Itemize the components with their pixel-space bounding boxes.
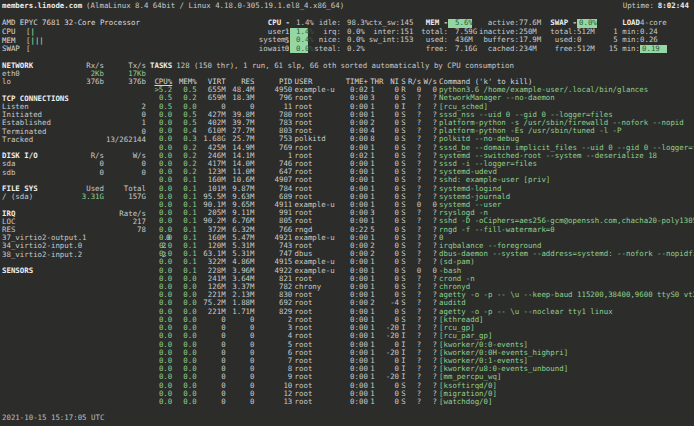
sidebar-row: Tracked 13/262144: [2, 136, 146, 144]
process-row[interactable]: 0.0 0.0 0 0 6 root 0:00 1 -20 I ? ? [kwo…: [150, 349, 694, 357]
process-table: CPU% MEM% VIRT RES PID USER TIME+ THR NI…: [150, 78, 694, 426]
process-pid: 4: [257, 332, 293, 340]
sidebar-row-value1: [62, 103, 104, 111]
process-command: dbus-daemon --system --address=systemd: …: [439, 250, 694, 258]
process-command: [kthreadd]: [439, 316, 694, 324]
process-row[interactable]: 0.0 0.0 0 0 9 root 0:00 1 -20 I ? ? [mm_…: [150, 373, 694, 381]
network-section: NETWORK Rx/s Tx/s eth0 2Kb 17Kb lo: [2, 62, 146, 87]
sidebar-row-value1: [82, 251, 124, 259]
glances-terminal[interactable]: members.linode.com (AlmaLinux 8.4 64bit …: [0, 0, 694, 426]
sidebar-row-value2: 0: [104, 169, 146, 177]
panel-cell: [364, 45, 400, 54]
sidebar-row-value2: 0: [104, 160, 146, 168]
sidebar-row-label: lo: [2, 78, 62, 86]
process-pid: 8: [257, 365, 293, 373]
panel-row: 15 min: 0.19: [607, 45, 667, 54]
process-command: [watchdog/0]: [439, 398, 694, 406]
sidebar: NETWORK Rx/s Tx/s eth0 2Kb 17Kb lo: [2, 62, 146, 283]
process-row[interactable]: 0.0 0.0 0 0 2 root 0:00 1 0 S ? ? [kthre…: [150, 316, 694, 324]
section-header-row: IRQ Rate/s: [2, 210, 146, 218]
process-row[interactable]: 0.0 0.0 221M 1.71M 829 root 0:00 1 0 S ?…: [150, 308, 694, 316]
panel-cell: 153: [400, 36, 414, 45]
section-rows: LOC 217 RES 78 37_virtio2-output.1: [2, 218, 146, 259]
sidebar-row: sda 0 0: [2, 160, 146, 168]
process-cpu: 0.0: [150, 398, 172, 406]
panel-cell: steal:: [308, 45, 341, 54]
process-row[interactable]: 0.0 0.0 0 0 13 root 0:00 1 0 S ? ? [watc…: [150, 398, 694, 406]
section-col2-header: [69, 95, 111, 103]
tcp-connections-section: TCP CONNECTIONS Listen 2 Initiate: [2, 95, 146, 144]
filesystem-section: FILE SYS Used Total / (sda) 3.31G 157G: [2, 185, 146, 201]
section-col2-header: [62, 267, 104, 275]
sidebar-row-value2: 78: [104, 226, 146, 234]
process-pid: 6: [257, 349, 293, 357]
section-col3-header: W/s: [104, 152, 146, 160]
process-row[interactable]: 0.0 0.0 0 0 4 root 0:00 1 -20 I ? ? [rcu…: [150, 332, 694, 340]
tasks-sort-info: sorted automatically by CPU consumption: [340, 62, 514, 70]
process-command: crond -n: [439, 275, 694, 283]
process-row[interactable]: 0.0 0.0 0 0 8 root 0:00 1 0 I ? ? [kwork…: [150, 365, 694, 373]
sidebar-row-value2: 376b: [104, 78, 146, 86]
sidebar-row-value2: 157G: [104, 193, 146, 201]
os-version: (AlmaLinux 8.4 64bit / Linux 4.18.0-305.…: [86, 2, 344, 10]
process-user: root: [295, 398, 339, 406]
cpu-model: AMD EPYC 7681 32-Core Processor: [2, 19, 140, 27]
process-row[interactable]: 0.0 0.0 0 0 5 root 0:00 1 0 I ? ? [kwork…: [150, 341, 694, 349]
process-row[interactable]: 0.0 0.0 0 0 10 root 0:00 1 0 S ? ? [ksof…: [150, 382, 694, 390]
process-row[interactable]: 0.0 0.0 0 0 12 root 0:00 1 0 S ? ? [migr…: [150, 390, 694, 398]
title-bar: members.linode.com (AlmaLinux 8.4 64bit …: [2, 2, 689, 10]
process-pid: 2: [257, 316, 293, 324]
section-col3-header: [104, 267, 146, 275]
sidebar-row-label: Tracked: [2, 136, 62, 144]
section-rows: sda 0 0 sdb 0 0: [2, 160, 146, 176]
sidebar-row-value1: [62, 136, 104, 144]
section-rows: / (sda) 3.31G 157G: [2, 193, 146, 201]
section-rows: Listen 2 Initiated 0 Established: [2, 103, 146, 144]
process-row[interactable]: 0.0 0.0 0 0 3 root 0:00 1 -20 I ? ? [rcu…: [150, 324, 694, 332]
process-pid: 7: [257, 357, 293, 365]
section-header-row: SENSORS: [2, 267, 146, 275]
process-command: agetty -o -p -- \u --keep-baud 115200,38…: [439, 291, 694, 299]
process-row[interactable]: 0.5 0.2 659M 18.3M 796 root 0:00 3 0 S ?…: [150, 94, 694, 102]
section-header-row: DISK I/O R/s W/s: [2, 152, 146, 160]
sidebar-row-value2: 1: [104, 119, 146, 127]
irq-section: IRQ Rate/s LOC 217 RES: [2, 210, 146, 259]
sidebar-row-value1: 3.31G: [62, 193, 104, 201]
process-thr: 1: [370, 398, 383, 406]
sidebar-row-value1: [62, 128, 104, 136]
section-col3-header: [111, 95, 153, 103]
sensors-section: SENSORS: [2, 267, 146, 275]
process-pid: 5: [257, 341, 293, 349]
timestamp: 2021-10-15 15:17:05 UTC: [2, 414, 104, 422]
uptime-label: Uptime:: [623, 2, 654, 10]
panel-rows: MEM - 5.6% active: 77.6M: [420, 19, 542, 53]
panel-cell: 7.16G: [448, 45, 472, 54]
sidebar-row: LOC 217: [2, 218, 146, 226]
mem-summary-panel: MEM - 5.6% active: 77.6M: [420, 19, 542, 53]
section-header-row: NETWORK Rx/s Tx/s: [2, 62, 146, 70]
process-status: S: [401, 398, 405, 406]
process-nice: 0: [386, 398, 399, 406]
panel-cell: free:: [548, 45, 577, 54]
sidebar-row-label: / (sda): [2, 193, 62, 201]
summary-panels: CPU - 1.4% idle: 98.3% ctx_sw: 145: [258, 19, 667, 53]
panel-cell: 0.2%: [341, 45, 364, 54]
titlebar-spacer: [348, 2, 619, 10]
panel-rows: SWAP - 0.0%: [548, 19, 597, 53]
sidebar-row-value1: [87, 234, 129, 242]
panel-cell: cached:: [472, 45, 519, 54]
panel-cell: free:: [420, 45, 448, 54]
process-write-rate: ?: [423, 398, 436, 406]
sidebar-row-value1: 0: [62, 169, 104, 177]
sidebar-row: / (sda) 3.31G 157G: [2, 193, 146, 201]
sidebar-row-value2: 0: [104, 111, 146, 119]
panel-rows: CPU - 1.4% idle: 98.3% ctx_sw: 145: [258, 19, 414, 53]
tasks-summary: TASKS 128 (150 thr), 1 run, 61 slp, 66 o…: [150, 62, 514, 70]
panel-cell: 234M: [519, 45, 542, 54]
panel-cell: 0.19: [640, 45, 667, 54]
sidebar-row-label: 38_virtio2-input.2: [2, 251, 82, 259]
tasks-label: TASKS: [150, 62, 172, 70]
process-row[interactable]: 0.0 0.0 0 0 7 root 0:00 1 0 I ? ? [kwork…: [150, 357, 694, 365]
panel-cell: iowait:: [258, 45, 290, 54]
uptime-value: 8:02:44: [658, 2, 689, 10]
